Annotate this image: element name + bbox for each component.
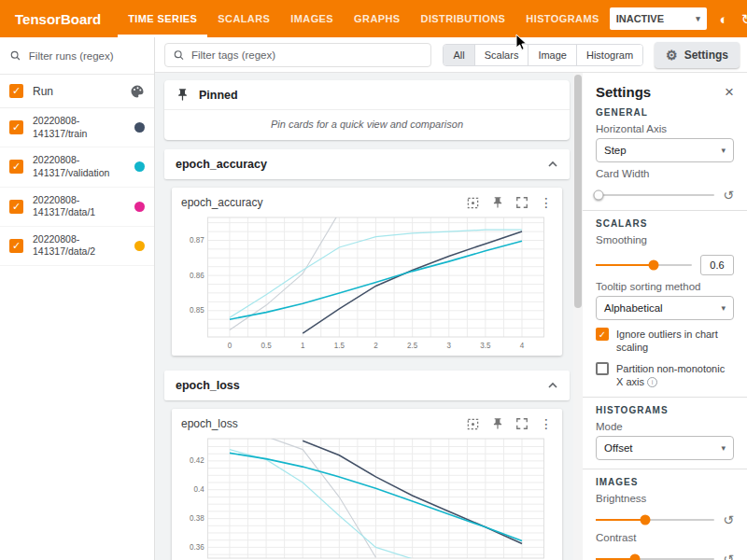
run-color-dot[interactable] (134, 161, 145, 172)
horizontal-axis-select[interactable]: Step ▾ (596, 138, 734, 162)
caret-down-icon: ▾ (721, 443, 726, 453)
run-row-data-2[interactable]: ✓ 20220808-141317/data/2 (0, 227, 154, 266)
filter-chip-image[interactable]: Image (528, 45, 576, 65)
palette-icon[interactable] (130, 84, 145, 99)
chart-title: epoch_accuracy (181, 196, 262, 209)
tooltip-sorting-select[interactable]: Alphabetical ▾ (596, 296, 734, 320)
card-width-slider[interactable] (596, 194, 714, 196)
run-color-dot[interactable] (134, 122, 145, 133)
ignore-outliers-checkbox[interactable]: ✓ (596, 328, 609, 341)
fit-domain-icon[interactable] (466, 417, 480, 431)
card-width-label: Card Width (596, 168, 734, 179)
run-row-data-1[interactable]: ✓ 20220808-141317/data/1 (0, 188, 154, 227)
settings-panel-header: Settings × (596, 84, 734, 100)
filter-chip-all[interactable]: All (444, 45, 473, 65)
reset-icon[interactable]: ↺ (723, 513, 734, 526)
pinned-empty-text: Pin cards for a quick view and compariso… (164, 110, 570, 140)
run-checkbox[interactable]: ✓ (9, 200, 23, 214)
svg-text:0.36: 0.36 (190, 543, 204, 552)
run-checkbox[interactable]: ✓ (9, 160, 23, 174)
slider-thumb[interactable] (593, 190, 603, 201)
run-checkbox[interactable]: ✓ (9, 120, 23, 134)
settings-button[interactable]: ⚙ Settings (655, 42, 740, 68)
scalars-section-label: SCALARS (596, 218, 734, 229)
body-row: ✓ Run ✓ 20220808-141317/train ✓ 20220808… (0, 37, 747, 560)
svg-text:0.86: 0.86 (190, 271, 204, 279)
pinned-header: Pinned (164, 80, 570, 110)
tab-images[interactable]: IMAGES (280, 0, 344, 37)
select-all-runs-checkbox[interactable]: ✓ (9, 84, 23, 98)
runs-header: ✓ Run (0, 75, 154, 108)
fullscreen-icon[interactable] (515, 417, 529, 430)
section-header-epoch-accuracy[interactable]: epoch_accuracy (164, 149, 570, 179)
reset-icon[interactable]: ↺ (723, 189, 734, 202)
run-color-dot[interactable] (134, 241, 145, 251)
run-checkbox[interactable]: ✓ (9, 239, 23, 253)
run-color-dot[interactable] (134, 202, 145, 212)
fullscreen-icon[interactable] (515, 196, 529, 209)
brightness-label: Brightness (596, 493, 734, 504)
smoothing-input[interactable] (700, 255, 734, 275)
close-icon[interactable]: × (725, 84, 734, 100)
tooltip-sorting-value: Alphabetical (604, 302, 663, 314)
settings-button-label: Settings (684, 49, 728, 62)
run-filter-input[interactable] (29, 50, 145, 62)
histogram-mode-select[interactable]: Offset ▾ (596, 436, 734, 460)
svg-text:0.87: 0.87 (190, 236, 204, 245)
tag-toolbar: All Scalars Image Histogram ⚙ Settings (155, 37, 747, 73)
settings-panel-title: Settings (596, 84, 651, 100)
mode-label: Mode (596, 421, 734, 432)
tab-scalars[interactable]: SCALARS (207, 0, 280, 37)
svg-text:0: 0 (228, 342, 233, 350)
more-options-icon[interactable]: ⋮ (540, 416, 553, 431)
section-header-epoch-loss[interactable]: epoch_loss (164, 371, 570, 400)
chevron-up-icon[interactable] (547, 382, 558, 389)
slider-thumb[interactable] (648, 260, 658, 271)
more-options-icon[interactable]: ⋮ (540, 195, 553, 210)
histograms-section-label: HISTOGRAMS (596, 405, 734, 415)
tag-type-filter-group: All Scalars Image Histogram (443, 44, 643, 66)
tab-graphs[interactable]: GRAPHS (344, 0, 410, 37)
chart-actions: ⋮ (466, 195, 553, 210)
reset-icon[interactable]: ↺ (723, 553, 734, 560)
smoothing-slider[interactable] (596, 264, 692, 266)
chart-card-epoch-accuracy: epoch_accuracy (172, 188, 562, 356)
epoch-loss-chart[interactable]: 00.511.522.533.540.420.40.380.36 (181, 433, 553, 560)
svg-text:1.5: 1.5 (334, 342, 345, 350)
tab-distributions[interactable]: DISTRIBUTIONS (411, 0, 516, 37)
filter-chip-scalars[interactable]: Scalars (474, 45, 529, 65)
svg-text:3.5: 3.5 (480, 342, 491, 350)
run-row-train[interactable]: ✓ 20220808-141317/train (0, 108, 154, 147)
tab-time-series[interactable]: TIME SERIES (118, 0, 207, 37)
slider-thumb[interactable] (641, 515, 651, 525)
runs-column-label: Run (33, 85, 120, 98)
chart-header: epoch_loss (181, 416, 553, 431)
chart-title: epoch_loss (181, 417, 238, 430)
reload-status-select[interactable]: INACTIVE ▾ (610, 7, 707, 30)
run-row-validation[interactable]: ✓ 20220808-141317/validation (0, 147, 154, 187)
top-bar: TensorBoard TIME SERIES SCALARS IMAGES G… (0, 0, 747, 37)
slider-thumb[interactable] (629, 554, 640, 560)
horizontal-axis-value: Step (604, 145, 627, 156)
pin-icon[interactable] (491, 196, 504, 209)
partition-x-row[interactable]: Partition non-monotonic X axisi (596, 362, 734, 389)
divider (583, 397, 747, 398)
tab-histograms[interactable]: HISTOGRAMS (515, 0, 609, 37)
ignore-outliers-row[interactable]: ✓ Ignore outliers in chart scaling (596, 328, 734, 355)
contrast-row: ↺ (596, 553, 734, 560)
histogram-mode-value: Offset (604, 442, 632, 454)
run-label: 20220808-141317/validation (33, 154, 125, 179)
brightness-slider[interactable] (596, 519, 714, 521)
chevron-up-icon[interactable] (547, 161, 558, 168)
epoch-accuracy-chart[interactable]: 00.511.522.533.540.850.860.87 (181, 212, 553, 352)
fit-domain-icon[interactable] (466, 196, 480, 210)
pin-icon[interactable] (491, 417, 504, 430)
partition-x-checkbox[interactable] (596, 362, 609, 375)
refresh-icon[interactable]: ↻ (741, 12, 747, 26)
filter-chip-histogram[interactable]: Histogram (576, 45, 642, 65)
reload-status-value: INACTIVE (616, 13, 664, 24)
theme-toggle-icon[interactable]: ◐ (720, 12, 728, 26)
divider (583, 469, 747, 469)
tag-filter-input[interactable] (191, 49, 424, 61)
scrollbar-thumb[interactable] (574, 75, 582, 308)
